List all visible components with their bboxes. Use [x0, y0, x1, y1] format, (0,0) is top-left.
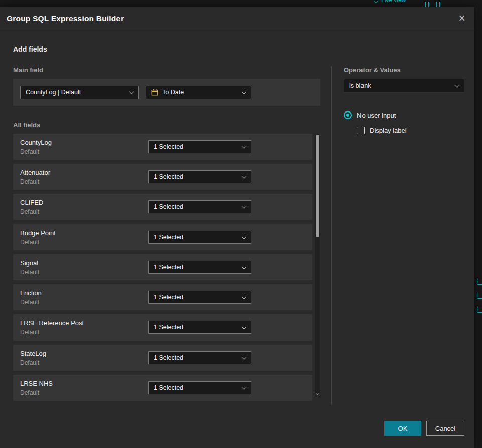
field-selection-dropdown[interactable]: 1 Selected: [148, 261, 251, 274]
sidebar-tool-icon[interactable]: [477, 293, 482, 299]
field-selection-value: 1 Selected: [154, 173, 183, 180]
field-info: Attenuator Default: [20, 169, 148, 185]
field-selection-dropdown[interactable]: 1 Selected: [148, 351, 251, 364]
chevron-down-icon: [242, 385, 247, 390]
field-selection-value: 1 Selected: [154, 384, 183, 391]
dialog-title: Group SQL Expression Builder: [7, 14, 124, 23]
field-info: Signal Default: [20, 259, 148, 276]
operator-values-label: Operator & Values: [344, 66, 464, 74]
field-subtitle: Default: [20, 329, 148, 336]
field-selection-value: 1 Selected: [154, 354, 183, 361]
field-selection-dropdown[interactable]: 1 Selected: [148, 291, 251, 304]
operator-dropdown[interactable]: is blank: [344, 79, 464, 93]
field-info: StateLog Default: [20, 350, 148, 366]
no-user-input-row: No user input: [344, 111, 464, 119]
chevron-down-icon: [242, 144, 247, 149]
field-name: LRSE Reference Post: [20, 319, 148, 327]
field-info: CountyLog Default: [20, 139, 148, 155]
no-user-input-radio[interactable]: [344, 111, 352, 119]
field-info: LRSE NHS Default: [20, 380, 148, 396]
all-fields-label: All fields: [13, 121, 320, 129]
field-info: Bridge Point Default: [20, 229, 148, 246]
field-info: Friction Default: [20, 289, 148, 306]
field-selection-value: 1 Selected: [154, 264, 183, 271]
field-selection-dropdown[interactable]: 1 Selected: [148, 200, 251, 213]
chevron-down-icon: [455, 83, 460, 88]
field-row: CLIFED Default 1 Selected: [13, 194, 312, 220]
main-field-dropdown-value: CountyLog | Default: [26, 89, 81, 96]
sidebar-tool-icon[interactable]: [477, 307, 482, 313]
field-name: CountyLog: [20, 139, 148, 146]
field-name: LRSE NHS: [20, 380, 148, 387]
field-row: Signal Default 1 Selected: [13, 254, 312, 280]
calendar-icon: [151, 89, 158, 96]
close-icon[interactable]: ×: [458, 13, 466, 24]
chevron-down-icon: [242, 294, 247, 299]
main-field-date-dropdown[interactable]: To Date: [146, 86, 251, 99]
field-name: Attenuator: [20, 169, 148, 176]
field-name: StateLog: [20, 350, 148, 357]
operator-dropdown-value: is blank: [349, 82, 371, 89]
app-right-strip: [474, 7, 482, 448]
column-divider: [331, 66, 332, 405]
field-row: LRSE NHS Default 1 Selected: [13, 375, 312, 401]
chevron-down-icon: [242, 264, 247, 269]
field-name: Friction: [20, 289, 148, 297]
live-view-icon: [374, 0, 378, 3]
live-view-toggle[interactable]: Live view: [374, 0, 406, 4]
app-top-strip: Live view: [0, 0, 482, 7]
field-selection-dropdown[interactable]: 1 Selected: [148, 321, 251, 334]
chevron-down-icon: [129, 89, 134, 94]
main-field-panel: CountyLog | Default: [13, 79, 320, 106]
dialog-columns: Main field CountyLog | Default: [13, 66, 464, 405]
field-row: StateLog Default 1 Selected: [13, 345, 312, 371]
dialog-footer: OK Cancel: [13, 421, 464, 436]
field-selection-dropdown[interactable]: 1 Selected: [148, 140, 251, 153]
field-row: Bridge Point Default 1 Selected: [13, 224, 312, 250]
add-fields-heading: Add fields: [13, 45, 464, 53]
field-name: Signal: [20, 259, 148, 267]
sidebar-tool-icon[interactable]: [477, 279, 482, 285]
main-field-date-value: To Date: [162, 89, 184, 96]
field-selection-dropdown[interactable]: 1 Selected: [148, 170, 251, 183]
chevron-down-icon: [242, 174, 247, 179]
no-user-input-label: No user input: [357, 111, 396, 119]
field-subtitle: Default: [20, 239, 148, 246]
fields-column: Main field CountyLog | Default: [13, 66, 320, 405]
field-subtitle: Default: [20, 299, 148, 306]
scrollbar[interactable]: [315, 134, 320, 397]
group-sql-expression-builder-dialog: Group SQL Expression Builder × Add field…: [0, 7, 474, 448]
field-subtitle: Default: [20, 269, 148, 276]
main-field-label: Main field: [13, 66, 320, 74]
field-selection-value: 1 Selected: [154, 294, 183, 301]
all-fields-list: CountyLog Default 1 Selected Attenuator: [13, 134, 320, 401]
field-subtitle: Default: [20, 389, 148, 396]
display-label-checkbox[interactable]: [357, 127, 365, 134]
field-subtitle: Default: [20, 208, 148, 215]
field-row: LRSE Reference Post Default 1 Selected: [13, 314, 312, 341]
main-field-dropdown[interactable]: CountyLog | Default: [20, 86, 139, 99]
chevron-down-icon: [242, 204, 247, 209]
field-selection-value: 1 Selected: [154, 203, 183, 210]
field-selection-dropdown[interactable]: 1 Selected: [148, 231, 251, 244]
field-selection-dropdown[interactable]: 1 Selected: [148, 381, 251, 394]
ok-button[interactable]: OK: [384, 421, 421, 436]
scroll-down-icon[interactable]: [315, 392, 319, 395]
field-info: LRSE Reference Post Default: [20, 319, 148, 336]
dialog-body: Add fields Main field CountyLog | Defaul…: [0, 30, 474, 436]
field-selection-value: 1 Selected: [154, 234, 183, 241]
cancel-button[interactable]: Cancel: [426, 421, 464, 436]
field-selection-value: 1 Selected: [154, 143, 183, 150]
live-view-label: Live view: [381, 0, 406, 4]
field-selection-value: 1 Selected: [154, 324, 183, 331]
field-subtitle: Default: [20, 148, 148, 155]
field-info: CLIFED Default: [20, 199, 148, 215]
chevron-down-icon: [242, 324, 247, 329]
toolbar-icon[interactable]: [436, 2, 440, 7]
scrollbar-thumb[interactable]: [316, 135, 319, 237]
field-row: CountyLog Default 1 Selected: [13, 134, 312, 160]
field-name: Bridge Point: [20, 229, 148, 237]
display-label-label: Display label: [370, 127, 407, 134]
operator-values-column: Operator & Values is blank No user input…: [344, 66, 464, 405]
toolbar-icon[interactable]: [425, 2, 429, 7]
